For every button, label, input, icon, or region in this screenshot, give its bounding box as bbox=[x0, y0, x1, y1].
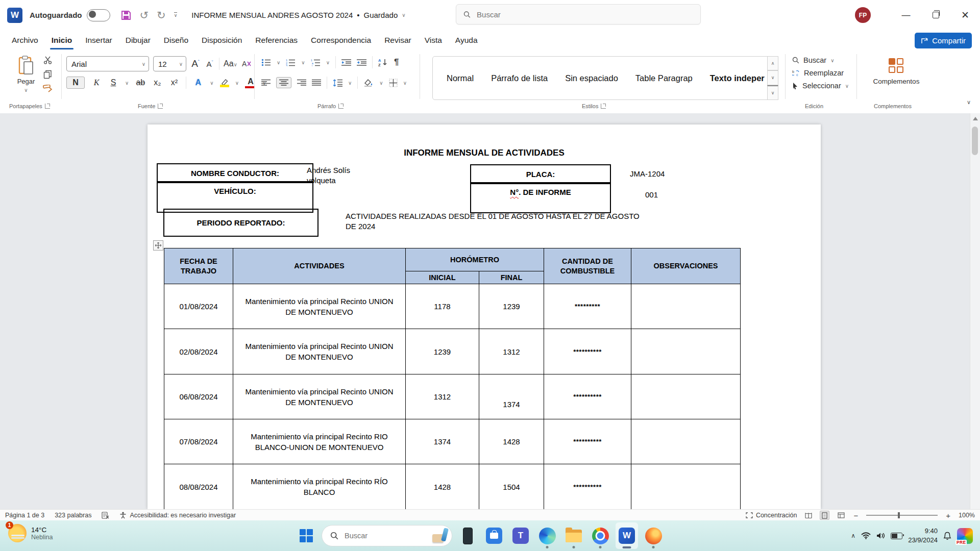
taskbar-search[interactable] bbox=[322, 525, 452, 546]
read-mode-button[interactable] bbox=[804, 511, 813, 519]
taskbar-teams-icon[interactable]: T bbox=[509, 522, 532, 549]
increase-indent-icon[interactable] bbox=[357, 59, 366, 66]
titlebar-search[interactable] bbox=[456, 4, 701, 24]
page-indicator[interactable]: Página 1 de 3 bbox=[5, 512, 44, 519]
start-button[interactable] bbox=[295, 522, 317, 549]
style-table-paragraph[interactable]: Table Paragrap bbox=[627, 73, 701, 83]
font-size-combo[interactable]: 12 ∨ bbox=[153, 56, 186, 71]
word-count[interactable]: 323 palabras bbox=[55, 512, 91, 519]
accessibility-status[interactable]: Accesibilidad: es necesario investigar bbox=[119, 512, 236, 519]
minimize-button[interactable]: — bbox=[891, 0, 921, 30]
clear-formatting-icon[interactable]: A bbox=[241, 60, 252, 68]
multilevel-chevron-icon[interactable]: ∨ bbox=[326, 60, 330, 65]
word-app-icon[interactable]: W bbox=[7, 8, 22, 23]
styles-scroll-up[interactable]: ∧ bbox=[767, 56, 778, 70]
taskbar-file-explorer-icon[interactable] bbox=[562, 522, 585, 549]
tab-disposicion[interactable]: Disposición bbox=[195, 31, 249, 49]
text-effects-button[interactable]: A bbox=[193, 78, 203, 87]
addins-button[interactable]: Complementos bbox=[868, 55, 925, 102]
clipboard-launcher-icon[interactable] bbox=[45, 104, 50, 109]
quick-access-customize-icon[interactable]: ∨ bbox=[174, 12, 178, 18]
line-spacing-icon[interactable] bbox=[333, 79, 342, 87]
style-normal[interactable]: Normal bbox=[438, 73, 482, 83]
autosave-toggle[interactable] bbox=[87, 9, 110, 21]
text-effects-chevron-icon[interactable]: ∨ bbox=[210, 80, 213, 86]
scrollbar-thumb[interactable] bbox=[972, 127, 978, 155]
paragraph-launcher-icon[interactable] bbox=[338, 104, 344, 109]
format-painter-icon[interactable] bbox=[43, 85, 53, 92]
focus-mode-button[interactable]: Concentración bbox=[746, 512, 797, 519]
paste-button[interactable]: Pegar ∨ bbox=[11, 55, 41, 99]
volume-icon[interactable] bbox=[876, 532, 885, 539]
tab-correspondencia[interactable]: Correspondencia bbox=[304, 31, 378, 49]
numbered-list-icon[interactable]: 1 2 3 bbox=[286, 59, 296, 66]
line-spacing-chevron-icon[interactable]: ∨ bbox=[348, 80, 352, 86]
taskbar-store-icon[interactable] bbox=[483, 522, 505, 549]
taskbar-phone-link-icon[interactable] bbox=[456, 522, 479, 549]
bullet-chevron-icon[interactable]: ∨ bbox=[277, 60, 280, 65]
underline-chevron-icon[interactable]: ∨ bbox=[125, 80, 129, 86]
activities-table[interactable]: FECHA DE TRABAJO ACTIVIDADES HORÓMETRO C… bbox=[164, 248, 741, 509]
underline-button[interactable]: S bbox=[108, 78, 118, 87]
font-launcher-icon[interactable] bbox=[158, 104, 163, 109]
tab-inicio[interactable]: Inicio bbox=[45, 31, 79, 49]
superscript-button[interactable]: x² bbox=[169, 78, 179, 87]
taskbar-chrome-icon[interactable] bbox=[589, 522, 611, 549]
search-input[interactable] bbox=[476, 10, 693, 19]
tab-archivo[interactable]: Archivo bbox=[5, 31, 45, 49]
taskbar-clock[interactable]: 9:40 23/9/2024 bbox=[908, 527, 938, 544]
shading-chevron-icon[interactable]: ∨ bbox=[379, 80, 383, 86]
replace-button[interactable]: b c Reemplazar bbox=[792, 69, 849, 77]
undo-button[interactable]: ↺ bbox=[140, 10, 149, 20]
font-name-combo[interactable]: Arial ∨ bbox=[66, 56, 149, 71]
restore-button[interactable] bbox=[921, 0, 950, 30]
taskbar-edge-icon[interactable] bbox=[536, 522, 558, 549]
tab-diseno[interactable]: Diseño bbox=[157, 31, 195, 49]
change-case-button[interactable]: Aa∨ bbox=[224, 59, 237, 68]
style-parrafo-de-lista[interactable]: Párrafo de lista bbox=[482, 73, 556, 83]
bullet-list-icon[interactable] bbox=[261, 59, 271, 66]
tab-referencias[interactable]: Referencias bbox=[249, 31, 304, 49]
taskbar-search-input[interactable] bbox=[344, 531, 412, 540]
subscript-button[interactable]: x₂ bbox=[152, 78, 162, 87]
styles-scroll-down[interactable]: ∨ bbox=[767, 70, 778, 85]
zoom-out-button[interactable]: − bbox=[852, 511, 859, 520]
document-page[interactable]: INFORME MENSUAL DE ACTIVIDADES NOMBRE CO… bbox=[148, 124, 821, 509]
sort-icon[interactable]: A Z bbox=[378, 58, 388, 66]
show-marks-button[interactable]: ¶ bbox=[394, 57, 399, 67]
web-layout-button[interactable] bbox=[837, 511, 845, 519]
shrink-font-button[interactable]: Aˇ bbox=[205, 60, 215, 68]
find-button[interactable]: Buscar ∨ bbox=[792, 56, 849, 64]
zoom-slider-knob[interactable] bbox=[898, 512, 900, 518]
search-highlight-doodle-icon[interactable] bbox=[431, 528, 449, 544]
wifi-icon[interactable] bbox=[861, 532, 871, 539]
styles-gallery-more[interactable]: ∨ bbox=[767, 85, 778, 100]
copy-icon[interactable] bbox=[43, 70, 52, 79]
scroll-up-icon[interactable] bbox=[973, 117, 978, 120]
battery-icon[interactable] bbox=[891, 533, 902, 539]
tab-dibujar[interactable]: Dibujar bbox=[119, 31, 157, 49]
italic-button[interactable]: K bbox=[91, 78, 102, 87]
proofing-status-icon[interactable] bbox=[102, 512, 109, 519]
align-right-icon[interactable] bbox=[297, 79, 306, 86]
style-texto-independiente[interactable]: Texto indeper bbox=[701, 73, 773, 83]
zoom-level[interactable]: 100% bbox=[959, 512, 975, 519]
taskbar-firefox-icon[interactable] bbox=[642, 522, 665, 549]
borders-chevron-icon[interactable]: ∨ bbox=[403, 80, 407, 86]
strikethrough-button[interactable]: ab bbox=[135, 78, 145, 87]
justify-icon[interactable] bbox=[312, 79, 321, 86]
share-button[interactable]: Compartir bbox=[915, 33, 972, 48]
cut-icon[interactable] bbox=[43, 56, 53, 64]
tab-vista[interactable]: Vista bbox=[418, 31, 449, 49]
redo-button[interactable]: ↻ bbox=[157, 10, 166, 20]
title-chevron-down-icon[interactable]: ∨ bbox=[402, 12, 405, 18]
save-icon[interactable] bbox=[120, 10, 132, 21]
borders-icon[interactable] bbox=[389, 79, 398, 87]
zoom-in-button[interactable]: + bbox=[945, 511, 951, 520]
print-layout-button[interactable] bbox=[820, 511, 829, 520]
collapse-ribbon-icon[interactable]: ∨ bbox=[967, 99, 971, 106]
tray-chevron-up-icon[interactable]: ∧ bbox=[851, 532, 855, 539]
notifications-bell-icon[interactable] bbox=[943, 532, 951, 540]
bold-button[interactable]: N bbox=[66, 77, 85, 89]
zoom-slider[interactable] bbox=[866, 515, 938, 516]
